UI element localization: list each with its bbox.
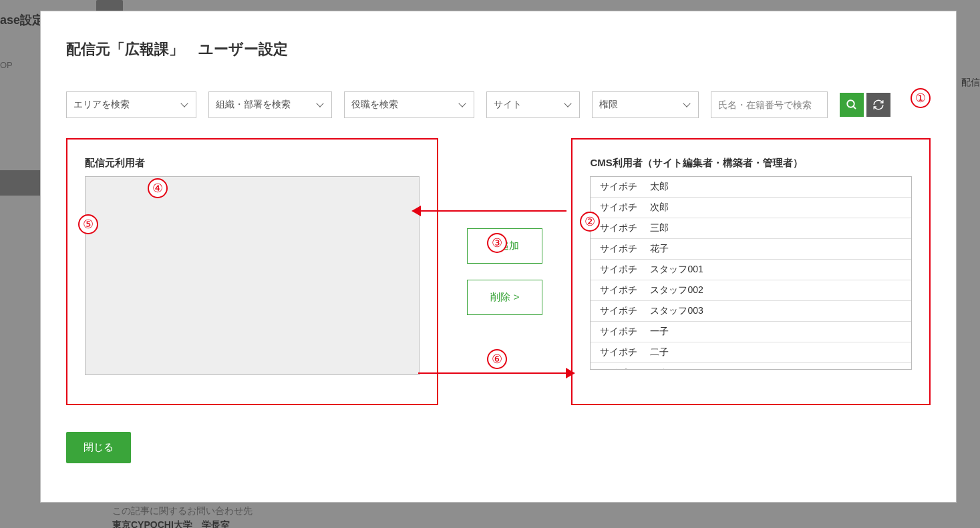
- user-surname: サイポチ: [600, 346, 650, 358]
- right-listbox[interactable]: サイポチ太郎サイポチ次郎サイポチ三郎サイポチ花子サイポチスタッフ001サイポチス…: [590, 176, 912, 370]
- list-item[interactable]: サイポチスタッフ004: [591, 363, 911, 370]
- role-select[interactable]: 権限: [592, 91, 699, 118]
- left-panel: 配信元利用者: [66, 138, 438, 405]
- list-item[interactable]: サイポチ一子: [591, 322, 911, 342]
- annotation-5: ⑤: [78, 214, 98, 234]
- user-surname: サイポチ: [600, 202, 650, 214]
- user-given: スタッフ001: [650, 264, 703, 274]
- user-given: 一子: [650, 326, 669, 336]
- filter-bar: エリアを検索 組織・部署を検索 役職を検索 サイト 権限: [66, 91, 931, 118]
- left-listbox[interactable]: [85, 176, 420, 375]
- site-select[interactable]: サイト: [486, 91, 580, 118]
- list-item[interactable]: サイポチスタッフ001: [591, 260, 911, 280]
- reload-icon: [872, 99, 884, 111]
- bg-page-title: ase設定: [0, 12, 44, 28]
- bg-nav-text: OP: [0, 60, 13, 70]
- chevron-down-icon: [181, 101, 188, 108]
- list-item[interactable]: サイポチ花子: [591, 239, 911, 260]
- list-item[interactable]: サイポチ次郎: [591, 198, 911, 218]
- reset-button[interactable]: [866, 93, 890, 117]
- annotation-3: ③: [487, 233, 507, 253]
- user-surname: サイポチ: [600, 222, 650, 234]
- list-item[interactable]: サイポチスタッフ002: [591, 280, 911, 301]
- user-given: 太郎: [650, 181, 669, 192]
- org-select[interactable]: 組織・部署を検索: [208, 91, 332, 118]
- annotation-4: ④: [148, 178, 168, 198]
- annotation-1: ①: [911, 88, 931, 108]
- list-item[interactable]: サイポチ三郎: [591, 218, 911, 239]
- bg-footer-line1: この記事に関するお問い合わせ先: [112, 505, 253, 517]
- annotation-6: ⑥: [487, 349, 507, 369]
- site-select-label: サイト: [494, 99, 522, 111]
- user-given: スタッフ003: [650, 305, 703, 316]
- arrow-line-top: [418, 210, 566, 212]
- user-given: スタッフ004: [650, 367, 703, 370]
- user-given: 次郎: [650, 202, 669, 212]
- org-select-label: 組織・部署を検索: [216, 99, 291, 111]
- user-surname: サイポチ: [600, 305, 650, 317]
- chevron-down-icon: [459, 101, 466, 108]
- bg-selected-row: [0, 170, 40, 196]
- arrow-line-bottom: [418, 372, 569, 374]
- chevron-down-icon: [683, 101, 690, 108]
- right-panel-title: CMS利用者（サイト編集者・構築者・管理者）: [590, 157, 912, 170]
- search-icon: [846, 99, 858, 111]
- user-given: スタッフ002: [650, 284, 703, 295]
- user-surname: サイポチ: [600, 326, 650, 338]
- bg-footer-line2: 東京CYPOCHI大学 学長室: [112, 519, 230, 528]
- user-surname: サイポチ: [600, 284, 650, 296]
- modal-title: 配信元「広報課」 ユーザー設定: [66, 39, 931, 59]
- arrow-left-icon: [412, 206, 421, 216]
- area-select[interactable]: エリアを検索: [66, 91, 196, 118]
- user-surname: サイポチ: [600, 367, 650, 370]
- arrow-right-icon: [566, 368, 575, 378]
- list-item[interactable]: サイポチ二子: [591, 342, 911, 363]
- left-panel-title: 配信元利用者: [85, 157, 420, 170]
- search-input[interactable]: [711, 91, 828, 118]
- list-item[interactable]: サイポチ太郎: [591, 177, 911, 198]
- bg-right-tab: 配信: [961, 77, 980, 89]
- chevron-down-icon: [564, 101, 571, 108]
- remove-button[interactable]: 削除 >: [467, 280, 542, 315]
- area-select-label: エリアを検索: [73, 99, 130, 111]
- user-given: 花子: [650, 243, 669, 254]
- user-settings-modal: 配信元「広報課」 ユーザー設定 エリアを検索 組織・部署を検索 役職を検索 サイ…: [40, 11, 957, 503]
- user-surname: サイポチ: [600, 181, 650, 193]
- list-item[interactable]: サイポチスタッフ003: [591, 301, 911, 322]
- chevron-down-icon: [317, 101, 323, 108]
- user-surname: サイポチ: [600, 264, 650, 276]
- close-button[interactable]: 閉じる: [66, 432, 131, 463]
- post-select[interactable]: 役職を検索: [344, 91, 474, 118]
- svg-point-0: [847, 100, 854, 107]
- role-select-label: 権限: [599, 99, 618, 111]
- annotation-2: ②: [580, 212, 600, 232]
- post-select-label: 役職を検索: [351, 99, 398, 111]
- search-button[interactable]: [840, 93, 864, 117]
- search-btn-group: [840, 93, 890, 117]
- user-given: 三郎: [650, 222, 669, 233]
- user-surname: サイポチ: [600, 243, 650, 255]
- right-panel: CMS利用者（サイト編集者・構築者・管理者） サイポチ太郎サイポチ次郎サイポチ三…: [571, 138, 931, 405]
- svg-line-1: [853, 106, 856, 109]
- user-given: 二子: [650, 346, 669, 357]
